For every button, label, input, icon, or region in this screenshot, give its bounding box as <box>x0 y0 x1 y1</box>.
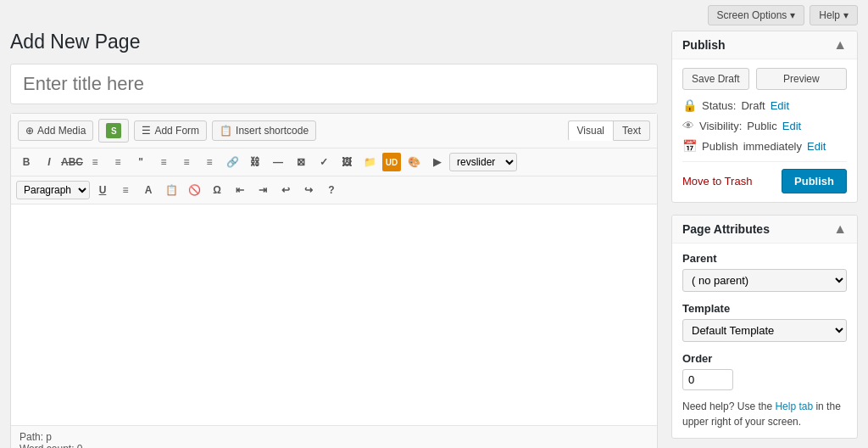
text-tab[interactable]: Text <box>614 120 650 141</box>
help-arrow: ▾ <box>843 9 849 21</box>
spellcheck-button[interactable]: ✓ <box>314 152 334 172</box>
editor-buttons-row-1: B I ABC ≡ ≡ " ≡ ≡ ≡ 🔗 ⛓ — ⊠ ✓ 🖼 📁 UD 🎨 ▶ <box>11 148 657 176</box>
justify-button[interactable]: ≡ <box>115 180 136 200</box>
s-icon: S <box>106 123 121 138</box>
visibility-icon: 👁 <box>682 119 694 132</box>
parent-label: Parent <box>682 252 847 265</box>
publish-actions-row: Save Draft Preview <box>682 68 847 90</box>
status-edit-link[interactable]: Edit <box>771 99 789 112</box>
publish-time-row: 📅 Publish immediately Edit <box>682 139 847 153</box>
form-icon: ☰ <box>142 125 151 137</box>
page-attributes-header: Page Attributes ▲ <box>672 216 857 244</box>
status-label: Status: <box>702 99 736 112</box>
publish-time-edit-link[interactable]: Edit <box>807 140 826 153</box>
preview-button[interactable]: Preview <box>756 68 847 90</box>
status-icon: 🔒 <box>682 98 697 112</box>
publish-actions-bottom: Move to Trash Publish <box>682 161 847 193</box>
publish-panel-title: Publish <box>682 38 726 52</box>
publish-button[interactable]: Publish <box>782 169 847 193</box>
add-media-icon: ⊕ <box>25 125 34 137</box>
outdent-button[interactable]: ⇤ <box>230 180 250 200</box>
strikethrough-button[interactable]: ABC <box>62 152 82 172</box>
visibility-label: Visibility: <box>699 120 742 132</box>
page-attributes-panel: Page Attributes ▲ Parent ( no parent) Te… <box>671 215 858 439</box>
toggle-toolbar-button[interactable]: ⊠ <box>291 152 311 172</box>
screen-options-label: Screen Options <box>717 9 787 21</box>
text-color-button[interactable]: A <box>138 180 159 200</box>
editor-footer: Path: p Word count: 0 <box>11 425 657 448</box>
visual-tab[interactable]: Visual <box>568 120 614 141</box>
word-count-label: Word count: 0 <box>19 443 648 448</box>
bold-button[interactable]: B <box>16 152 36 172</box>
page-attributes-title: Page Attributes <box>682 222 770 236</box>
help-tab-link[interactable]: Help tab <box>775 400 813 412</box>
insert-more-button[interactable]: — <box>268 152 288 172</box>
insert-shortcode-button[interactable]: 📋 Insert shortcode <box>212 120 316 141</box>
special-char-insert[interactable]: Ω <box>207 180 227 200</box>
move-to-trash-button[interactable]: Move to Trash <box>682 175 752 188</box>
editor-buttons-row-2: Paragraph U ≡ A 📋 🚫 Ω ⇤ ⇥ ↩ ↪ ? <box>11 176 657 204</box>
ordered-list-button[interactable]: ≡ <box>108 152 128 172</box>
redo-button[interactable]: ↪ <box>298 180 319 200</box>
revslider-select[interactable]: revslider <box>449 153 517 171</box>
visibility-value: Public <box>747 120 776 132</box>
editor-container: ⊕ Add Media S ☰ Add Form 📋 Insert shortc… <box>10 113 658 448</box>
publish-panel: Publish ▲ Save Draft Preview 🔒 Status: D… <box>671 31 858 203</box>
insert-shortcode-label: Insert shortcode <box>236 125 309 137</box>
add-media-label: Add Media <box>37 125 86 137</box>
save-draft-button[interactable]: Save Draft <box>682 68 749 90</box>
unlink-button[interactable]: ⛓ <box>245 152 265 172</box>
order-label: Order <box>682 352 847 365</box>
publish-when-value: immediately <box>743 140 802 153</box>
editor-toolbar-top: ⊕ Add Media S ☰ Add Form 📋 Insert shortc… <box>11 114 657 148</box>
align-left-button[interactable]: ≡ <box>153 152 174 172</box>
visibility-edit-link[interactable]: Edit <box>782 120 801 132</box>
s-button[interactable]: S <box>98 119 129 143</box>
undo-button[interactable]: ↩ <box>275 180 296 200</box>
template-label: Template <box>682 302 847 315</box>
italic-button[interactable]: I <box>39 152 59 172</box>
content-area: Add New Page ⊕ Add Media S ☰ Add Form 📋 <box>10 31 658 448</box>
publish-when-label: Publish <box>702 140 738 153</box>
help-editor-button[interactable]: ? <box>321 180 342 200</box>
template-select[interactable]: Default Template <box>682 319 847 342</box>
indent-button[interactable]: ⇥ <box>253 180 273 200</box>
shortcode-icon: 📋 <box>220 125 232 137</box>
publish-collapse-button[interactable]: ▲ <box>833 38 847 52</box>
media-button[interactable]: ▶ <box>426 152 447 172</box>
color-button[interactable]: 🎨 <box>403 152 424 172</box>
top-bar: Screen Options ▾ Help ▾ <box>0 0 868 31</box>
path-label: Path: p <box>19 431 648 443</box>
help-button[interactable]: Help ▾ <box>810 5 858 25</box>
status-value: Draft <box>741 99 765 112</box>
add-form-label: Add Form <box>154 125 199 137</box>
unordered-list-button[interactable]: ≡ <box>85 152 105 172</box>
align-right-button[interactable]: ≡ <box>199 152 220 172</box>
title-input[interactable] <box>10 64 658 104</box>
sidebar: Publish ▲ Save Draft Preview 🔒 Status: D… <box>671 31 858 448</box>
page-attributes-body: Parent ( no parent) Template Default Tem… <box>672 244 857 438</box>
screen-options-arrow: ▾ <box>790 9 795 21</box>
remove-format-button[interactable]: 🚫 <box>184 180 204 200</box>
help-text: Need help? Use the Help tab in the upper… <box>682 399 847 429</box>
image-button[interactable]: 🖼 <box>337 152 357 172</box>
editor-content[interactable] <box>11 204 657 425</box>
paste-text-button[interactable]: 📋 <box>161 180 181 200</box>
folder-button[interactable]: 📁 <box>359 152 380 172</box>
publish-panel-header: Publish ▲ <box>672 31 857 59</box>
screen-options-button[interactable]: Screen Options ▾ <box>708 5 805 25</box>
blockquote-button[interactable]: " <box>131 152 151 172</box>
align-center-button[interactable]: ≡ <box>176 152 197 172</box>
page-attributes-collapse-button[interactable]: ▲ <box>833 222 847 236</box>
link-button[interactable]: 🔗 <box>222 152 242 172</box>
format-select[interactable]: Paragraph <box>16 181 90 199</box>
main-layout: Add New Page ⊕ Add Media S ☰ Add Form 📋 <box>0 31 868 448</box>
parent-select[interactable]: ( no parent) <box>682 269 847 292</box>
add-form-button[interactable]: ☰ Add Form <box>134 120 207 141</box>
underline-button[interactable]: U <box>92 180 113 200</box>
page-title: Add New Page <box>10 31 658 53</box>
status-row: 🔒 Status: Draft Edit <box>682 98 847 112</box>
order-input[interactable] <box>682 369 733 390</box>
add-media-button[interactable]: ⊕ Add Media <box>18 120 93 141</box>
calendar-icon: 📅 <box>682 139 697 153</box>
